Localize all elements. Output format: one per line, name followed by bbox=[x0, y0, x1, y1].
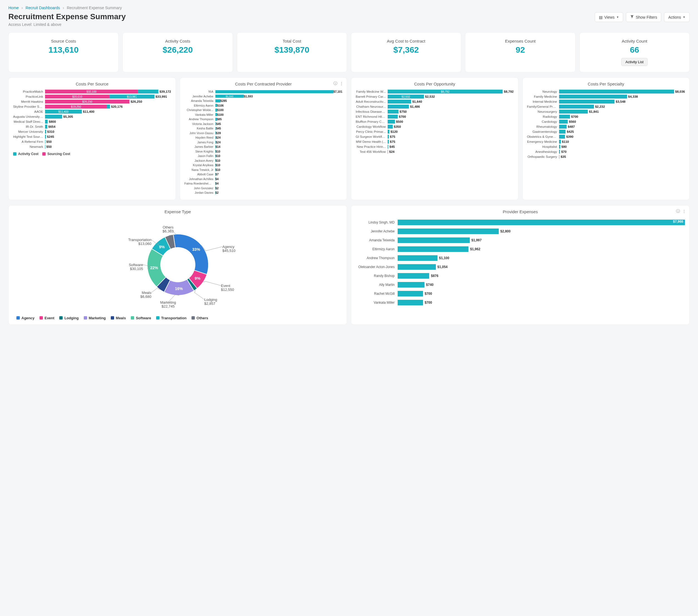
bar-row[interactable]: Cardiology $560 bbox=[527, 120, 685, 124]
pie-slice-agency[interactable] bbox=[173, 234, 208, 275]
bar-row[interactable]: Neurology $8,036 bbox=[527, 89, 685, 94]
bar-row[interactable]: Anesthesiology $70 bbox=[527, 150, 685, 154]
bar-row[interactable]: Newmark$50 bbox=[13, 145, 171, 149]
legend-lodging[interactable]: Lodging bbox=[59, 316, 79, 320]
info-icon[interactable]: ⓘ bbox=[333, 81, 337, 86]
bar-row[interactable]: Ally Martin $740 bbox=[356, 282, 685, 288]
kebab-icon[interactable]: ⋮ bbox=[682, 209, 686, 213]
bar-row[interactable]: Family/General Pra... $2,232 bbox=[527, 105, 685, 109]
bar-row[interactable]: ENT Richmond Hill ... $700 bbox=[356, 115, 514, 118]
bar-row[interactable]: Infectious Disease S... $750 bbox=[356, 110, 514, 114]
bar-row[interactable]: Bluffton Primary Ca... $500 bbox=[356, 120, 514, 124]
bar-row[interactable]: Radiology $700 bbox=[527, 115, 685, 118]
bar-row[interactable]: Kesha Battle $45 bbox=[184, 126, 343, 130]
bar-row[interactable]: Percy Clinic Primar... $120 bbox=[356, 130, 514, 134]
bar-row[interactable]: IR-Dr. Smith$654 bbox=[13, 125, 171, 129]
bar-row[interactable]: Gastroenterology $425 bbox=[527, 130, 685, 134]
views-button[interactable]: ▤ Views▼ bbox=[595, 12, 623, 22]
bar-row[interactable]: Hayden Reed $24 bbox=[184, 136, 343, 139]
bar-row[interactable]: John Vovor-Dassu $39 bbox=[184, 131, 343, 135]
bar-row[interactable]: Family Medicine W... $8,792 $8,792 bbox=[356, 89, 514, 94]
bar-row[interactable]: AAOE$11,400$11,400 bbox=[13, 110, 171, 114]
bar-row[interactable]: Neurosurgery $1,841 bbox=[527, 110, 685, 114]
show-filters-button[interactable]: Show Filters bbox=[626, 12, 661, 22]
bar-row[interactable]: A Referral Firm$50 bbox=[13, 140, 171, 144]
bar-row[interactable]: Vankata Miller $100 bbox=[184, 113, 343, 117]
bar-row[interactable]: Cardiology Workflow $350 bbox=[356, 125, 514, 129]
svg-text:Meals$6,680: Meals$6,680 bbox=[140, 291, 151, 299]
bar-row[interactable]: Internal Medicine $3,548 bbox=[527, 100, 685, 103]
bar-row[interactable]: Family Medicine $4,338 bbox=[527, 95, 685, 99]
bar-row[interactable]: Merritt Hawkins$26,250$26,250 bbox=[13, 100, 171, 103]
bar-row[interactable]: Fatma Roedersheimer $4 bbox=[184, 181, 343, 185]
legend-transportation[interactable]: Transportation bbox=[156, 316, 186, 320]
breadcrumb-home[interactable]: Home bbox=[8, 5, 19, 10]
legend-sourcing-cost[interactable]: Sourcing Cost bbox=[42, 152, 70, 156]
bar-row[interactable]: Medical Staff Direc...$800 bbox=[13, 120, 171, 124]
bar-row[interactable]: Nana Trewick, Jr $10 bbox=[184, 168, 343, 172]
bar-row[interactable]: Obstetrics & Gynec... $390 bbox=[527, 135, 685, 139]
kpi-value: $7,362 bbox=[354, 45, 458, 55]
bar-row[interactable]: Christopher Wolde... $100 bbox=[184, 108, 343, 112]
bar-row[interactable]: GI Surgeon Workflow $75 bbox=[356, 135, 514, 139]
bar-row[interactable]: James Barbier $14 bbox=[184, 145, 343, 149]
bar-row[interactable]: John Gonzalez $2 bbox=[184, 186, 343, 190]
bar-row[interactable]: Randy Bishop $876 bbox=[356, 273, 685, 279]
bar-row[interactable]: Andrew Thompson $1,100 bbox=[356, 255, 685, 261]
breadcrumb-dashboards[interactable]: Recruit Dashboards bbox=[26, 5, 60, 10]
bar-row[interactable]: Vankata Miller $700 bbox=[356, 300, 685, 305]
bar-row[interactable]: PracticeMatch$32,100$39,172 bbox=[13, 89, 171, 94]
bar-row[interactable]: Rachel McGill $700 bbox=[356, 291, 685, 296]
legend-event[interactable]: Event bbox=[40, 316, 54, 320]
bar-row[interactable]: Mercer University$310 bbox=[13, 130, 171, 134]
bar-row[interactable]: Andrew Thompson $85 bbox=[184, 117, 343, 121]
bar-row[interactable]: Jason Fallin $10 bbox=[184, 154, 343, 158]
bar-row[interactable]: Jordan Davies $2 bbox=[184, 191, 343, 195]
bar-row[interactable]: Jennifer Achebe $2,800 bbox=[356, 228, 685, 234]
bar-row[interactable]: Adult Reconstructiv... $1,640 bbox=[356, 100, 514, 103]
bar-row[interactable]: Abbott Case $7 bbox=[184, 172, 343, 176]
bar-row[interactable]: Jackson Avery $10 bbox=[184, 159, 343, 163]
bar-row[interactable]: New Practice Hirin... $45 bbox=[356, 145, 514, 149]
bar-row[interactable]: Victoria Jackson $45 bbox=[184, 122, 343, 126]
activity-list-button[interactable]: Activity List bbox=[621, 58, 647, 66]
bar-row[interactable]: Barrett Primary Car... $2,532 $2,532 bbox=[356, 95, 514, 99]
legend-meals[interactable]: Meals bbox=[111, 316, 126, 320]
kpi-label: Activity Costs bbox=[126, 39, 229, 43]
bar-row[interactable]: Johnathan Achilles $4 bbox=[184, 177, 343, 181]
bar-row[interactable]: Oleksander Acton-Jones $1,054 bbox=[356, 264, 685, 270]
bar-row[interactable]: N\A $7,101 bbox=[184, 89, 343, 94]
bar-row[interactable]: Lindsy Singh, MD $7,966 bbox=[356, 220, 685, 225]
legend-marketing[interactable]: Marketing bbox=[84, 316, 106, 320]
bar-row[interactable]: Amanda Teixeida $1,997 bbox=[356, 237, 685, 243]
svg-text:Transportation$13,060: Transportation$13,060 bbox=[128, 238, 151, 246]
legend-activity-cost[interactable]: Activity Cost bbox=[13, 152, 38, 156]
bar-row[interactable]: Emergency Medicine $110 bbox=[527, 140, 685, 144]
legend-agency[interactable]: Agency bbox=[16, 316, 34, 320]
bar-row[interactable]: MW Demo Health (... $75 bbox=[356, 140, 514, 144]
bar-row[interactable]: Jennifer Achebe $1,593 $1,593 bbox=[184, 94, 343, 98]
kpi-value: 92 bbox=[469, 45, 572, 55]
info-icon[interactable]: ⓘ bbox=[676, 209, 680, 214]
bar-row[interactable]: Test 456 Workflow $24 bbox=[356, 150, 514, 154]
bar-row[interactable]: Augusta University ...$5,305 bbox=[13, 115, 171, 118]
kebab-icon[interactable]: ⋮ bbox=[339, 81, 344, 86]
legend-software[interactable]: Software bbox=[131, 316, 151, 320]
bar-row[interactable]: Skyline Provider Sol...$19,250$20,176 bbox=[13, 105, 171, 109]
bar-row[interactable]: Highlight Test Source$245 bbox=[13, 135, 171, 139]
bar-row[interactable]: Steve Knights $10 bbox=[184, 150, 343, 153]
bar-row[interactable]: Amanda Teixeida $285 bbox=[184, 99, 343, 103]
bar-row[interactable]: Eltirmizy Aaron $106 bbox=[184, 103, 343, 108]
bar-row[interactable]: Orthopaedic Surgery $35 bbox=[527, 155, 685, 159]
bar-row[interactable]: Chatham Neurosur... $1,486 bbox=[356, 105, 514, 109]
actions-button[interactable]: Actions▼ bbox=[664, 12, 690, 22]
bar-row[interactable]: James Fong $24 bbox=[184, 140, 343, 144]
legend-others[interactable]: Others bbox=[192, 316, 208, 320]
bar-row[interactable]: Hospitalist $80 bbox=[527, 145, 685, 149]
bar-row[interactable]: Eltirmizy Aaron $1,962 bbox=[356, 246, 685, 252]
svg-text:16%: 16% bbox=[175, 286, 183, 291]
bar-row[interactable]: Rheumatology $487 bbox=[527, 125, 685, 129]
kpi-card: Source Costs 113,610 bbox=[8, 32, 118, 72]
bar-row[interactable]: Krystal Anyikwa $10 bbox=[184, 163, 343, 167]
bar-row[interactable]: PracticeLink$20,010$13,981$33,991 bbox=[13, 95, 171, 99]
